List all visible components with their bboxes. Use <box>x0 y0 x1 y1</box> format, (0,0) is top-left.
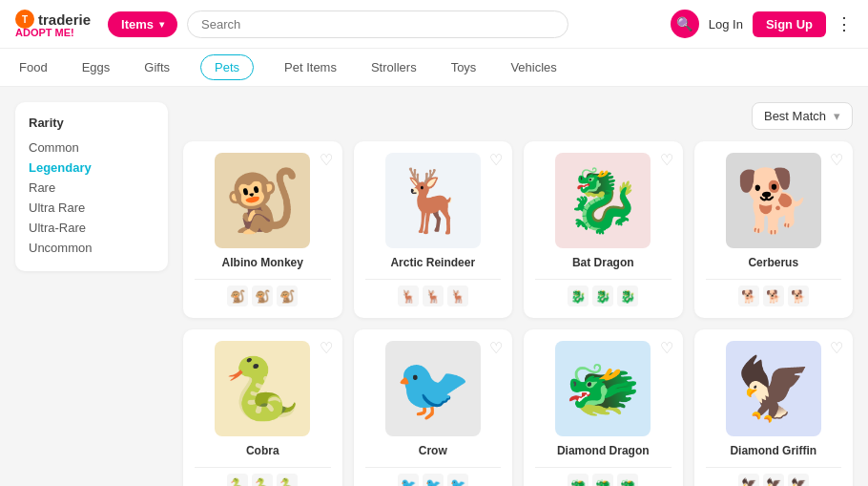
variant-thumbnail[interactable]: 🐍 <box>277 474 298 486</box>
nav-item-gifts[interactable]: Gifts <box>140 49 174 86</box>
variant-thumbnail[interactable]: 🐦 <box>398 474 419 486</box>
pet-variants: 🐍🐍🐍 <box>195 467 331 486</box>
nav-item-strollers[interactable]: Strollers <box>367 49 421 86</box>
category-nav: FoodEggsGiftsPetsPet ItemsStrollersToysV… <box>0 49 868 87</box>
pet-card[interactable]: ♡ 🐉 Bat Dragon 🐉🐉🐉 <box>524 141 683 318</box>
header: T traderie ADOPT ME! Items ▾ 🔍 Log In Si… <box>0 0 868 49</box>
nav-item-food[interactable]: Food <box>15 49 52 86</box>
favorite-icon[interactable]: ♡ <box>660 339 673 357</box>
favorite-icon[interactable]: ♡ <box>830 339 843 357</box>
logo-text: traderie <box>38 11 91 28</box>
nav-item-toys[interactable]: Toys <box>447 49 481 86</box>
variant-thumbnail[interactable]: 🐕 <box>788 285 809 306</box>
pet-card[interactable]: ♡ 🐒 Albino Monkey 🐒🐒🐒 <box>183 141 342 318</box>
variant-thumbnail[interactable]: 🐉 <box>592 285 613 306</box>
sort-label: Best Match <box>764 109 826 123</box>
variant-thumbnail[interactable]: 🦅 <box>788 474 809 486</box>
login-button[interactable]: Log In <box>709 17 743 32</box>
favorite-icon[interactable]: ♡ <box>320 151 333 169</box>
sidebar: Rarity CommonLegendaryRareUltra RareUltr… <box>15 102 168 271</box>
nav-item-eggs[interactable]: Eggs <box>78 49 114 86</box>
pet-card[interactable]: ♡ 🐦 Crow 🐦🐦🐦 <box>354 329 513 486</box>
variant-thumbnail[interactable]: 🦌 <box>423 285 444 306</box>
pet-name: Cerberus <box>748 256 798 269</box>
sidebar-rarity-ultra-rare[interactable]: Ultra Rare <box>29 198 155 218</box>
variant-thumbnail[interactable]: 🐕 <box>763 285 784 306</box>
pet-name: Cobra <box>246 444 279 457</box>
pet-variants: 🐕🐕🐕 <box>706 279 842 306</box>
pet-card[interactable]: ♡ 🦌 Arctic Reindeer 🦌🦌🦌 <box>354 141 513 318</box>
variant-thumbnail[interactable]: 🦅 <box>763 474 784 486</box>
logo-sub: ADOPT ME! <box>15 27 91 38</box>
content-area: Best Match ▾ ♡ 🐒 Albino Monkey 🐒🐒🐒 ♡ 🦌 A… <box>183 102 853 486</box>
pet-card[interactable]: ♡ 🦅 Diamond Griffin 🦅🦅🦅 <box>694 329 854 486</box>
logo: T traderie ADOPT ME! <box>15 10 91 38</box>
pet-variants: 🐦🐦🐦 <box>365 467 502 486</box>
variant-thumbnail[interactable]: 🐦 <box>423 474 444 486</box>
header-right: 🔍 Log In Sign Up ⋮ <box>671 10 853 38</box>
pet-name: Bat Dragon <box>572 256 634 269</box>
items-dropdown-button[interactable]: Items ▾ <box>108 11 177 37</box>
nav-item-vehicles[interactable]: Vehicles <box>506 49 560 86</box>
sidebar-title: Rarity <box>29 116 155 130</box>
variant-thumbnail[interactable]: 🐉 <box>568 285 589 306</box>
pet-image: 🐦 <box>385 341 481 436</box>
pet-card[interactable]: ♡ 🐍 Cobra 🐍🐍🐍 <box>183 329 342 486</box>
chevron-down-icon: ▾ <box>834 109 840 123</box>
pet-name: Diamond Dragon <box>557 444 650 457</box>
pet-variants: 🦌🦌🦌 <box>365 279 502 306</box>
more-options-button[interactable]: ⋮ <box>836 13 853 34</box>
logo-top: T traderie <box>15 10 91 29</box>
variant-thumbnail[interactable]: 🐍 <box>252 474 273 486</box>
favorite-icon[interactable]: ♡ <box>830 151 843 169</box>
pet-card[interactable]: ♡ 🐕 Cerberus 🐕🐕🐕 <box>694 141 854 318</box>
sidebar-rarity-ultra-rare[interactable]: Ultra-Rare <box>29 218 155 238</box>
pet-variants: 🐉🐉🐉 <box>535 279 672 306</box>
search-button[interactable]: 🔍 <box>671 10 699 38</box>
variant-thumbnail[interactable]: 🐒 <box>227 285 248 306</box>
pet-card[interactable]: ♡ 🐲 Diamond Dragon 🐲🐲🐲 <box>524 329 683 486</box>
pet-variants: 🐲🐲🐲 <box>535 467 672 486</box>
nav-item-pets[interactable]: Pets <box>200 54 254 80</box>
pet-name: Arctic Reindeer <box>390 256 475 269</box>
sort-dropdown[interactable]: Best Match ▾ <box>752 102 853 130</box>
search-input[interactable] <box>187 11 568 38</box>
pet-image: 🦅 <box>726 341 821 436</box>
pet-image: 🐍 <box>215 341 310 436</box>
pets-grid: ♡ 🐒 Albino Monkey 🐒🐒🐒 ♡ 🦌 Arctic Reindee… <box>183 141 853 486</box>
content-header: Best Match ▾ <box>183 102 853 130</box>
pet-image: 🐕 <box>726 153 821 248</box>
sidebar-rarity-legendary[interactable]: Legendary <box>29 158 155 178</box>
variant-thumbnail[interactable]: 🐍 <box>227 474 248 486</box>
variant-thumbnail[interactable]: 🐲 <box>617 474 638 486</box>
variant-thumbnail[interactable]: 🐦 <box>447 474 468 486</box>
nav-item-pet-items[interactable]: Pet Items <box>280 49 341 86</box>
pet-image: 🐲 <box>555 341 651 436</box>
variant-thumbnail[interactable]: 🐒 <box>277 285 298 306</box>
pet-image: 🐒 <box>215 153 310 248</box>
variant-thumbnail[interactable]: 🐉 <box>617 285 638 306</box>
favorite-icon[interactable]: ♡ <box>489 339 503 357</box>
pet-name: Albino Monkey <box>222 256 303 269</box>
pet-name: Crow <box>419 444 447 457</box>
chevron-down-icon: ▾ <box>159 19 164 30</box>
favorite-icon[interactable]: ♡ <box>489 151 503 169</box>
pet-image: 🐉 <box>555 153 651 248</box>
variant-thumbnail[interactable]: 🦌 <box>447 285 468 306</box>
variant-thumbnail[interactable]: 🐒 <box>252 285 273 306</box>
sidebar-rarity-common[interactable]: Common <box>29 137 155 158</box>
signup-button[interactable]: Sign Up <box>753 11 826 37</box>
variant-thumbnail[interactable]: 🦅 <box>738 474 759 486</box>
variant-thumbnail[interactable]: 🦌 <box>398 285 419 306</box>
sidebar-rarity-rare[interactable]: Rare <box>29 178 155 198</box>
variant-thumbnail[interactable]: 🐲 <box>568 474 589 486</box>
variant-thumbnail[interactable]: 🐲 <box>592 474 613 486</box>
pet-name: Diamond Griffin <box>730 444 816 457</box>
sidebar-rarity-uncommon[interactable]: Uncommon <box>29 238 155 258</box>
variant-thumbnail[interactable]: 🐕 <box>738 285 759 306</box>
logo-icon: T <box>15 10 34 29</box>
favorite-icon[interactable]: ♡ <box>660 151 673 169</box>
pet-variants: 🐒🐒🐒 <box>195 279 331 306</box>
favorite-icon[interactable]: ♡ <box>320 339 333 357</box>
pet-variants: 🦅🦅🦅 <box>706 467 842 486</box>
